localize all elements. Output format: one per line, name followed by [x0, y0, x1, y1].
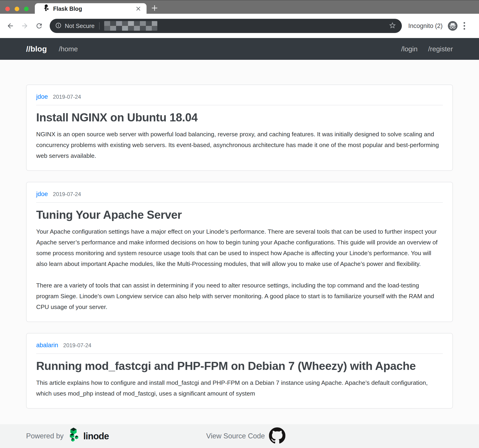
post-card: abalarin 2019-07-24 Running mod_fastcgi …: [26, 333, 453, 409]
new-tab-button[interactable]: [150, 3, 159, 13]
browser-menu-icon[interactable]: [463, 21, 466, 31]
post-author-link[interactable]: jdoe: [36, 191, 48, 198]
window-controls: [5, 7, 29, 11]
tab-title: Flask Blog: [53, 6, 136, 12]
linode-wordmark: linode: [83, 431, 109, 441]
post-card: jdoe 2019-07-24 Tuning Your Apache Serve…: [26, 182, 453, 322]
post-date: 2019-07-24: [53, 191, 81, 197]
url-redacted: [104, 21, 157, 31]
post-meta: jdoe 2019-07-24: [36, 191, 443, 198]
page: { "browser": { "tab": { "title": "Flask …: [0, 0, 479, 448]
navbar-brand[interactable]: //blog: [26, 44, 47, 53]
urlbar-divider: [99, 22, 100, 30]
security-status-label: Not Secure: [65, 22, 94, 30]
browser-tab[interactable]: Flask Blog: [35, 3, 146, 14]
post-meta: jdoe 2019-07-24: [36, 93, 443, 100]
meta-divider: [36, 202, 443, 203]
post-title: Tuning Your Apache Server: [36, 208, 443, 222]
forward-button[interactable]: [20, 21, 30, 31]
post-date: 2019-07-24: [53, 94, 81, 100]
window-zoom-button[interactable]: [24, 7, 29, 11]
powered-by-linode-link[interactable]: Powered by linode: [26, 424, 109, 448]
linode-logo-icon: [67, 427, 80, 445]
post-excerpt: There are a variety of tools that can as…: [36, 280, 443, 312]
post-title: Running mod_fastcgi and PHP-FPM on Debia…: [36, 359, 443, 373]
nav-link-home[interactable]: /home: [59, 45, 78, 53]
site-favicon-icon: [43, 4, 49, 13]
tab-strip: Flask Blog: [0, 0, 479, 14]
tab-close-icon[interactable]: [136, 6, 141, 12]
post-card: jdoe 2019-07-24 Install NGINX on Ubuntu …: [26, 85, 453, 171]
meta-divider: [36, 105, 443, 105]
site-info-icon[interactable]: [55, 22, 62, 30]
post-excerpt: NGINX is an open source web server with …: [36, 129, 443, 161]
github-logo-icon: [269, 427, 286, 445]
back-button[interactable]: [5, 21, 16, 31]
post-title: Install NGINX on Ubuntu 18.04: [36, 111, 443, 124]
window-close-button[interactable]: [5, 7, 10, 11]
url-bar[interactable]: Not Secure: [50, 19, 402, 33]
post-excerpt: Your Apache configuration settings have …: [36, 226, 443, 269]
window-minimize-button[interactable]: [15, 7, 19, 11]
view-source-label: View Source Code: [206, 432, 265, 440]
incognito-label: Incognito (2): [408, 22, 443, 30]
incognito-avatar-icon[interactable]: [448, 21, 458, 31]
nav-link-login[interactable]: /login: [401, 45, 418, 53]
post-author-link[interactable]: abalarin: [36, 342, 58, 349]
meta-divider: [36, 353, 443, 354]
powered-by-label: Powered by: [26, 432, 64, 440]
post-meta: abalarin 2019-07-24: [36, 342, 443, 349]
browser-toolbar: Not Secure Incognito (2): [0, 14, 479, 38]
site-footer: Powered by linode View Source Code: [0, 424, 479, 448]
view-source-link[interactable]: View Source Code: [206, 424, 286, 448]
site-navbar: //blog /home /login /register: [0, 38, 479, 60]
nav-link-register[interactable]: /register: [428, 45, 453, 53]
reload-button[interactable]: [34, 21, 44, 31]
post-author-link[interactable]: jdoe: [36, 93, 48, 100]
bookmark-star-icon[interactable]: [389, 21, 396, 30]
post-list: jdoe 2019-07-24 Install NGINX on Ubuntu …: [26, 60, 453, 409]
post-excerpt: This article explains how to configure a…: [36, 377, 443, 399]
post-date: 2019-07-24: [63, 342, 91, 349]
